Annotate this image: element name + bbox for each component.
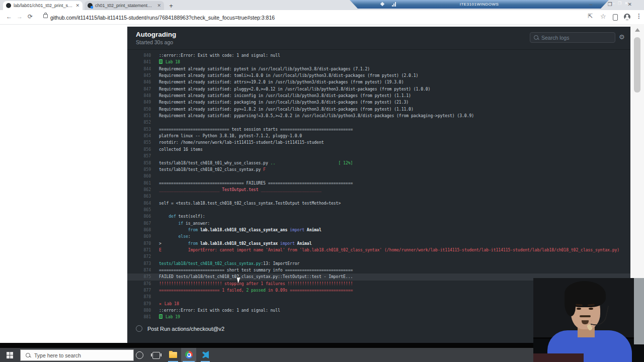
forward-icon[interactable]: →: [17, 13, 23, 20]
log-line-870: 870> from lab.lab18.ch018_t02_class_synt…: [127, 240, 630, 247]
tab-print-statements[interactable]: ch01_t02_print_statements.py -… ✕: [85, 1, 164, 10]
cortana-icon[interactable]: [136, 351, 143, 359]
webcam-wall: [634, 278, 644, 344]
line-number[interactable]: 846: [127, 79, 151, 85]
line-number[interactable]: 863: [127, 193, 151, 200]
screen: lab/lab01/ch01_t02_print_statem… ✕ ch01_…: [0, 0, 644, 362]
vscode-icon[interactable]: [202, 351, 209, 358]
post-run-step-label: Post Run actions/checkout@v2: [147, 326, 224, 332]
log-line-869: 869 else:: [127, 233, 630, 240]
search-logs-input[interactable]: Search logs: [530, 32, 615, 43]
vm-connection-bar[interactable]: ITE3101WINDOWS: [350, 0, 609, 9]
gear-icon[interactable]: ⚙: [619, 33, 625, 41]
line-number[interactable]: 869: [127, 233, 151, 240]
line-number[interactable]: 852: [127, 119, 151, 126]
line-number[interactable]: 847: [127, 86, 151, 93]
log-line-860: 860: [127, 173, 630, 179]
search-placeholder: Search logs: [541, 35, 569, 41]
tab-lab-run[interactable]: lab/lab01/ch01_t02_print_statem… ✕: [3, 1, 83, 10]
log-line-844: 844Requirement already satisfied: pytest…: [127, 66, 630, 72]
vm-signal-icon: [392, 2, 396, 7]
log-line-841: 841Lab 18: [127, 59, 630, 65]
log-line-856: 856collected 16 items: [127, 146, 630, 153]
url-bar[interactable]: github.com/it114115/lab-it114115-student…: [50, 15, 275, 21]
line-number[interactable]: 855: [127, 139, 151, 146]
line-number[interactable]: 841: [127, 59, 151, 65]
kebab-menu-icon[interactable]: ⋮: [636, 13, 642, 20]
line-number[interactable]: 857: [127, 153, 151, 159]
line-number[interactable]: 875: [127, 274, 151, 280]
line-number[interactable]: 840: [127, 52, 151, 59]
line-number[interactable]: 844: [127, 66, 151, 72]
chrome-icon[interactable]: [185, 351, 193, 358]
padlock-icon[interactable]: [43, 14, 48, 18]
log-line-873: 873tests/lab18/test_ch018_t02_class_synt…: [127, 260, 630, 267]
log-line-864: 864self = <tests.lab18.test_ch018_t02_cl…: [127, 200, 630, 207]
taskbar-search-input[interactable]: Type here to search: [20, 349, 134, 361]
log-line-863: 863: [127, 193, 630, 200]
line-number[interactable]: 860: [127, 173, 151, 179]
new-tab-button[interactable]: +: [167, 2, 175, 10]
line-number[interactable]: 867: [127, 220, 151, 227]
line-number[interactable]: 872: [127, 253, 151, 260]
file-explorer-icon[interactable]: [169, 352, 177, 358]
back-icon[interactable]: ←: [6, 13, 12, 20]
vm-title: ITE3101WINDOWS: [350, 2, 609, 7]
scroll-up-arrow-icon[interactable]: [635, 28, 640, 32]
line-number[interactable]: 853: [127, 126, 151, 133]
line-number[interactable]: 881: [127, 314, 151, 320]
line-number[interactable]: 874: [127, 267, 151, 274]
log-line-852: 852: [127, 119, 630, 126]
line-number[interactable]: 848: [127, 93, 151, 99]
desk: [533, 353, 584, 362]
line-number[interactable]: 851: [127, 113, 151, 119]
line-number[interactable]: 854: [127, 133, 151, 139]
tab-close-icon[interactable]: ✕: [157, 3, 161, 8]
started-timestamp: Started 30s ago: [136, 39, 173, 45]
log-line-862: 862_________________________ TestOutput.…: [127, 187, 630, 193]
log-line-855: 855rootdir: /home/runner/work/lab-it1141…: [127, 139, 630, 146]
log-group-icon: [159, 59, 163, 64]
search-icon: [534, 35, 538, 40]
line-number[interactable]: 862: [127, 187, 151, 193]
profile-avatar-icon[interactable]: [624, 14, 630, 20]
line-number[interactable]: 870: [127, 240, 151, 247]
line-number[interactable]: 880: [127, 307, 151, 314]
page-title: Autograding: [136, 31, 176, 38]
scrollbar-thumb[interactable]: [634, 37, 640, 93]
sidebar-icon[interactable]: [613, 14, 618, 21]
log-line-874: 874=========================== short tes…: [127, 267, 630, 274]
line-number[interactable]: 864: [127, 200, 151, 207]
log-line-849: 849Requirement already satisfied: packag…: [127, 99, 630, 106]
line-number[interactable]: 850: [127, 106, 151, 113]
line-number[interactable]: 861: [127, 180, 151, 187]
line-number[interactable]: 865: [127, 207, 151, 213]
bookmark-star-icon[interactable]: ☆: [600, 13, 606, 20]
task-view-icon[interactable]: [152, 352, 160, 359]
tab-close-icon[interactable]: ✕: [75, 3, 79, 8]
line-number[interactable]: 879: [127, 301, 151, 307]
line-number[interactable]: 873: [127, 260, 151, 267]
log-line-850: 850Requirement already satisfied: py>=1.…: [127, 106, 630, 113]
line-number[interactable]: 856: [127, 146, 151, 153]
line-number[interactable]: 868: [127, 227, 151, 233]
line-number[interactable]: 878: [127, 294, 151, 300]
reload-icon[interactable]: ⟳: [28, 13, 33, 20]
line-number[interactable]: 877: [127, 287, 151, 294]
log-line-865: 865: [127, 207, 630, 213]
header-divider: [127, 49, 630, 50]
post-run-step-row[interactable]: Post Run actions/checkout@v2: [136, 325, 224, 332]
line-number[interactable]: 845: [127, 72, 151, 79]
line-number[interactable]: 871: [127, 247, 151, 253]
start-button[interactable]: [7, 352, 13, 358]
line-number[interactable]: 849: [127, 99, 151, 106]
log-line-872: 872: [127, 253, 630, 260]
share-icon[interactable]: ⇱: [588, 13, 593, 20]
log-line-851: 851Requirement already satisfied: pypars…: [127, 113, 630, 119]
line-number[interactable]: 876: [127, 281, 151, 287]
line-number[interactable]: 859: [127, 166, 151, 173]
log-line-846: 846Requirement already satisfied: attrs>…: [127, 79, 630, 85]
line-number[interactable]: 866: [127, 213, 151, 220]
host-window-controls[interactable]: – ❐ ✕: [590, 2, 639, 7]
line-number[interactable]: 858: [127, 160, 151, 166]
